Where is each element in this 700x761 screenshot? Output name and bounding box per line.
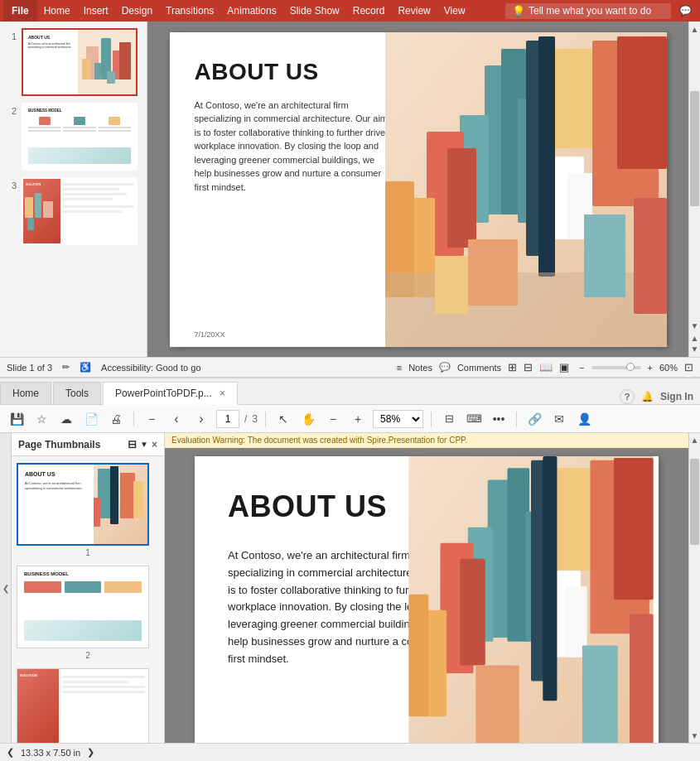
collapse-sidebar-btn[interactable]: ❮	[0, 433, 12, 743]
view-book-icon[interactable]: 📖	[539, 361, 553, 373]
zoom-select[interactable]: 58% 50% 75% 100% 125%	[373, 410, 423, 428]
view-normal-icon[interactable]: ⊞	[508, 361, 517, 373]
svg-rect-4	[82, 59, 90, 79]
pdf-thumb-3[interactable]: SOLUTION 3	[17, 668, 159, 743]
menu-record[interactable]: Record	[346, 0, 392, 22]
pdf-thumb-img-3[interactable]: SOLUTION	[17, 668, 149, 743]
pdf-sidebar: Page Thumbnails ⊟ ▼ × ABOUT US At Contos…	[12, 433, 165, 743]
sidebar-menu-icon[interactable]: ⊟	[128, 438, 137, 450]
svg-rect-54	[630, 614, 654, 743]
sidebar-down-icon[interactable]: ▼	[140, 440, 148, 449]
bell-icon[interactable]: 🔔	[641, 391, 654, 402]
pdf-scroll-up[interactable]: ▲	[691, 436, 699, 445]
pdf-tab-file[interactable]: PowerPointToPDF.p... ×	[103, 382, 238, 405]
thumb-body-1: At Contoso, we're an architectural firm …	[28, 43, 78, 50]
zoom-in-btn[interactable]: +	[348, 409, 368, 429]
comments-label[interactable]: Comments	[457, 363, 501, 373]
slide-thumbnail-1[interactable]: ABOUT US At Contoso, we're an architectu…	[22, 28, 138, 96]
svg-rect-32	[634, 198, 667, 314]
file-button[interactable]: 📄	[81, 409, 101, 429]
more-button[interactable]: •••	[489, 409, 509, 429]
slide-thumbnail-3[interactable]: SOLUTION	[22, 177, 138, 245]
sign-in-button[interactable]: Sign In	[660, 391, 693, 402]
chat-icon[interactable]: 💬	[674, 2, 697, 20]
zoom-out-btn[interactable]: −	[323, 409, 343, 429]
notes-label[interactable]: Notes	[408, 363, 432, 373]
zoom-out-button[interactable]: −	[142, 409, 162, 429]
pdf-thumb-1[interactable]: ABOUT US At Contoso, we're an architectu…	[17, 463, 159, 557]
pdf-thumb-img-2[interactable]: BUSINESS MODEL	[17, 566, 149, 648]
slide-num-2: 2	[5, 106, 17, 116]
pdf-tab-tools[interactable]: Tools	[53, 382, 101, 404]
fit-width-button[interactable]: ⊟	[439, 409, 459, 429]
pdf-tabbar: Home Tools PowerPointToPDF.p... × ? 🔔 Si…	[0, 378, 700, 405]
ppt-status-bar: Slide 1 of 3 ✏ ♿ Accessibility: Good to …	[0, 357, 700, 377]
pdf-tab-home[interactable]: Home	[0, 382, 51, 404]
pdf-scrollbar[interactable]: ▲ ▼	[688, 433, 700, 743]
pdf-scroll-left-btn[interactable]: ❮	[7, 747, 14, 758]
menu-file[interactable]: File	[3, 0, 37, 22]
keyboard-button[interactable]: ⌨	[464, 409, 484, 429]
bookmark-button[interactable]: ☆	[31, 409, 51, 429]
scroll-down-arrow[interactable]: ▼	[691, 344, 699, 354]
user-button[interactable]: 👤	[574, 409, 594, 429]
scroll-thumb[interactable]	[690, 91, 699, 206]
fit-window-icon[interactable]: ⊡	[684, 361, 693, 373]
notes-icon[interactable]: ≡	[397, 363, 402, 373]
slide-thumb-1[interactable]: 1 ABOUT US At Contoso, we're an architec…	[5, 28, 142, 96]
svg-rect-47	[460, 559, 485, 666]
page-input[interactable]	[216, 410, 239, 428]
svg-rect-27	[538, 36, 555, 277]
menu-review[interactable]: Review	[391, 0, 437, 22]
zoom-slider[interactable]	[591, 366, 641, 369]
pdf-scroll-down[interactable]: ▼	[691, 731, 699, 740]
scroll-down-btn[interactable]: ▼	[691, 321, 699, 330]
slide-thumbnail-2[interactable]: BUSINESS MODEL	[22, 103, 138, 171]
cursor-tool[interactable]: ↖	[273, 409, 293, 429]
pdf-page-view[interactable]: ABOUT US At Contoso, we're an architectu…	[165, 448, 688, 743]
prev-page-button[interactable]: ‹	[167, 409, 186, 429]
next-page-button[interactable]: ›	[191, 409, 211, 429]
slide-thumb-2[interactable]: 2 BUSINESS MODEL	[5, 103, 142, 171]
edit-icon[interactable]: ✏	[62, 362, 70, 373]
scroll-up-btn[interactable]: ▲	[691, 25, 699, 34]
menu-bar: File Home Insert Design Transitions Anim…	[0, 0, 700, 22]
help-button[interactable]: ?	[620, 389, 635, 404]
zoom-plus[interactable]: +	[648, 363, 653, 373]
thumb-title-1: ABOUT US	[28, 35, 50, 40]
pdf-thumb-img-1[interactable]: ABOUT US At Contoso, we're an architectu…	[17, 463, 149, 546]
slide-thumb-3[interactable]: 3 SOLUTION	[5, 177, 142, 245]
menu-view[interactable]: View	[437, 0, 472, 22]
zoom-minus[interactable]: −	[579, 363, 584, 373]
svg-rect-21	[447, 148, 476, 248]
pdf-page-num-2: 2	[17, 651, 159, 660]
powerpoint-section: File Home Insert Design Transitions Anim…	[0, 0, 700, 377]
pdf-tab-close[interactable]: ×	[220, 388, 225, 399]
cloud-button[interactable]: ☁	[56, 409, 76, 429]
menu-home[interactable]: Home	[37, 0, 77, 22]
ppt-scrollbar[interactable]: ▲ ▼ ▲ ▼	[688, 22, 700, 357]
thumb-title-2: BUSINESS MODEL	[28, 108, 62, 113]
hand-tool[interactable]: ✋	[298, 409, 318, 429]
sidebar-close-btn[interactable]: ×	[152, 439, 157, 450]
scroll-up-arrow[interactable]: ▲	[691, 334, 699, 343]
pdf-thumb-2[interactable]: BUSINESS MODEL 2	[17, 566, 159, 660]
save-button[interactable]: 💾	[7, 409, 27, 429]
menu-insert[interactable]: Insert	[77, 0, 115, 22]
accessibility-icon[interactable]: ♿	[80, 362, 91, 373]
pdf-scroll-right-btn[interactable]: ❯	[87, 747, 94, 758]
menu-slideshow[interactable]: Slide Show	[283, 0, 346, 22]
menu-search-box[interactable]: 💡 Tell me what you want to do	[505, 3, 671, 19]
svg-rect-6	[119, 42, 131, 79]
pdf-scroll-thumb[interactable]	[690, 459, 699, 545]
print-button[interactable]: 🖨	[106, 409, 126, 429]
comments-icon[interactable]: 💬	[439, 362, 451, 373]
menu-transitions[interactable]: Transitions	[159, 0, 220, 22]
email-button[interactable]: ✉	[549, 409, 569, 429]
menu-animations[interactable]: Animations	[220, 0, 282, 22]
view-present-icon[interactable]: ▣	[559, 361, 569, 373]
view-grid-icon[interactable]: ⊟	[524, 361, 533, 373]
link-button[interactable]: 🔗	[524, 409, 544, 429]
menu-design[interactable]: Design	[115, 0, 159, 22]
lightbulb-icon: 💡	[512, 5, 525, 17]
